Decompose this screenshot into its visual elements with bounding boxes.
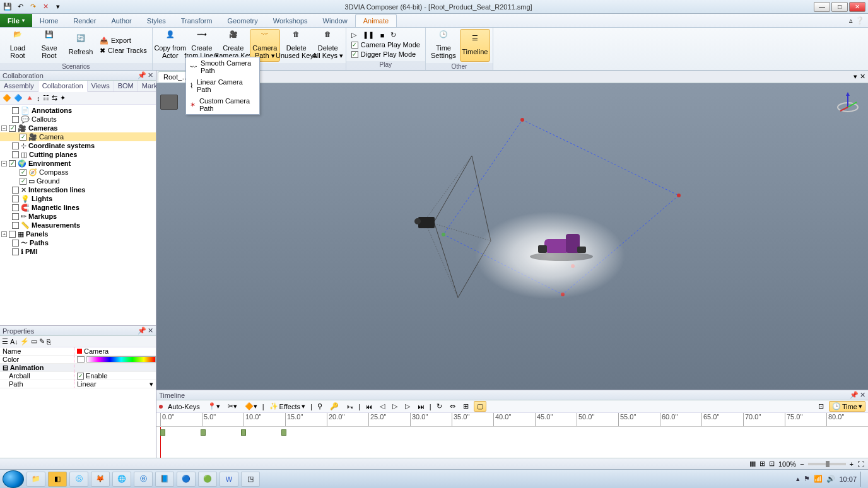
refresh-button[interactable]: 🔄Refresh bbox=[66, 29, 96, 62]
help-icon[interactable]: ❔ bbox=[855, 16, 864, 25]
tool-icon[interactable]: 🔷 bbox=[14, 94, 23, 102]
tree-lights[interactable]: 💡Lights bbox=[0, 194, 156, 203]
loop-icon[interactable]: ↻ bbox=[388, 30, 399, 40]
tool-icon[interactable]: 🔶 bbox=[3, 94, 11, 102]
tab-transform[interactable]: Transform bbox=[173, 14, 220, 27]
tab-styles[interactable]: Styles bbox=[139, 14, 173, 27]
stop-icon[interactable]: ■ bbox=[378, 30, 387, 40]
time-settings-button[interactable]: 🕒Time Settings bbox=[428, 29, 459, 62]
tl-tool-icon[interactable]: 📍▾ bbox=[205, 402, 223, 411]
digger-play-mode-checkbox[interactable]: ✓Digger Play Mode bbox=[349, 50, 423, 59]
prop-tool-icon[interactable]: ⚡ bbox=[20, 337, 29, 346]
taskbar-explorer-icon[interactable]: 📁 bbox=[26, 472, 45, 487]
tree-cutting-planes[interactable]: ◫Cutting planes bbox=[0, 150, 156, 159]
tree-compass[interactable]: ✓🧭Compass bbox=[0, 168, 156, 177]
tl-snap-icon[interactable]: ⊞ bbox=[460, 402, 471, 411]
viewport-menu-icon[interactable]: ▾ bbox=[853, 73, 857, 81]
export-button[interactable]: 📤Export bbox=[97, 36, 150, 45]
product-model[interactable] bbox=[527, 230, 596, 262]
status-icon[interactable]: ▦ bbox=[749, 460, 756, 468]
qat-dropdown-icon[interactable]: ▾ bbox=[53, 2, 63, 12]
pause-icon[interactable]: ❚❚ bbox=[360, 30, 377, 40]
status-icon[interactable]: ⊡ bbox=[769, 460, 775, 468]
collaboration-tree[interactable]: 📄Annotations 💬Callouts −✓🎥Cameras ✓🎥Came… bbox=[0, 105, 156, 325]
custom-camera-path-item[interactable]: ✶Custom Camera Path bbox=[186, 95, 259, 114]
tl-play-icon[interactable]: ▷ bbox=[390, 402, 400, 411]
prop-tool-icon[interactable]: ✎ bbox=[39, 337, 45, 346]
tree-panels[interactable]: +▦Panels bbox=[0, 229, 156, 238]
taskbar-chrome-icon[interactable]: 🌐 bbox=[112, 472, 131, 487]
qat-close-icon[interactable]: ✕ bbox=[40, 2, 50, 12]
tl-filter-icon[interactable]: ⚲ bbox=[315, 402, 325, 411]
tool-icon[interactable]: ✦ bbox=[60, 94, 66, 102]
tl-next-icon[interactable]: ▷ bbox=[402, 402, 413, 411]
ribbon-collapse-icon[interactable]: ▵ bbox=[849, 16, 853, 25]
tl-marker-icon[interactable]: ▢ bbox=[474, 401, 486, 412]
prop-row-path[interactable]: PathLinear▾ bbox=[0, 380, 156, 388]
panel-close-icon[interactable]: ✕ bbox=[860, 391, 865, 399]
tl-key-icon[interactable]: 🔑 bbox=[327, 402, 341, 411]
timeline-button[interactable]: ☰Timeline bbox=[460, 29, 490, 62]
linear-camera-path-item[interactable]: ⌇Linear Camera Path bbox=[186, 76, 259, 95]
pin-icon[interactable]: 📌 bbox=[850, 391, 859, 399]
prop-tool-icon[interactable]: A↓ bbox=[10, 338, 18, 346]
taskbar-app-icon[interactable]: ◳ bbox=[241, 472, 260, 487]
taskbar-word-icon[interactable]: W bbox=[220, 472, 238, 487]
qat-redo-icon[interactable]: ↷ bbox=[28, 2, 38, 12]
tl-range-icon[interactable]: ⇔ bbox=[447, 402, 458, 411]
tl-loop-icon[interactable]: ↻ bbox=[434, 402, 445, 411]
show-desktop-button[interactable] bbox=[860, 472, 865, 487]
tree-camera-item[interactable]: ✓🎥Camera bbox=[0, 132, 156, 141]
tool-icon[interactable]: ⇆ bbox=[52, 94, 57, 102]
tab-window[interactable]: Window bbox=[315, 14, 355, 27]
tl-fit-icon[interactable]: ⊡ bbox=[816, 402, 826, 411]
prop-tool-icon[interactable]: ☰ bbox=[2, 337, 8, 346]
keyframe[interactable] bbox=[201, 429, 206, 436]
tl-prev-icon[interactable]: ◁ bbox=[377, 402, 387, 411]
keyframe[interactable] bbox=[281, 429, 286, 436]
close-button[interactable]: ✕ bbox=[849, 2, 865, 12]
tl-first-icon[interactable]: ⏮ bbox=[363, 402, 375, 411]
tree-intersection[interactable]: ✕Intersection lines bbox=[0, 185, 156, 194]
fullscreen-icon[interactable]: ⛶ bbox=[857, 460, 864, 468]
copy-from-actor-button[interactable]: 👤Copy from Actor bbox=[155, 29, 185, 62]
prop-row-name[interactable]: NameCamera bbox=[0, 347, 156, 356]
camera-actor-icon[interactable] bbox=[418, 217, 435, 228]
pin-icon[interactable]: 📌 bbox=[138, 71, 146, 79]
tree-magnetic[interactable]: 🧲Magnetic lines bbox=[0, 203, 156, 212]
tray-up-icon[interactable]: ▴ bbox=[796, 475, 800, 483]
load-root-button[interactable]: 📂Load Root bbox=[3, 29, 33, 62]
taskbar-app-icon[interactable]: 🟢 bbox=[198, 472, 217, 487]
qat-save-icon[interactable]: 💾 bbox=[3, 2, 13, 12]
status-icon[interactable]: ⊞ bbox=[760, 460, 765, 468]
tab-animate[interactable]: Animate bbox=[355, 14, 397, 27]
tree-environment[interactable]: −✓🌍Environment bbox=[0, 159, 156, 168]
taskbar-firefox-icon[interactable]: 🦊 bbox=[91, 472, 110, 487]
panel-close-icon[interactable]: ✕ bbox=[148, 327, 153, 335]
3d-viewport[interactable] bbox=[156, 83, 868, 390]
delete-all-keys-button[interactable]: 🗑Delete All Keys ▾ bbox=[313, 29, 343, 62]
taskbar-app-icon[interactable]: ◧ bbox=[48, 472, 67, 487]
tree-coord-systems[interactable]: ⊹Coordinate systems bbox=[0, 141, 156, 150]
time-mode-button[interactable]: 🕒 Time ▾ bbox=[829, 401, 865, 412]
play-icon[interactable]: ▷ bbox=[349, 30, 359, 40]
tl-tool-icon[interactable]: 🔶▾ bbox=[242, 402, 260, 411]
taskbar-skype-icon[interactable]: Ⓢ bbox=[69, 472, 88, 487]
delete-unused-keys-button[interactable]: 🗑Delete Unused Keys bbox=[281, 29, 312, 62]
tab-author[interactable]: Author bbox=[103, 14, 139, 27]
file-tab[interactable]: File ▾ bbox=[0, 14, 32, 27]
zoom-out-icon[interactable]: − bbox=[800, 460, 804, 468]
subtab-bom[interactable]: BOM bbox=[114, 81, 138, 91]
tree-paths[interactable]: 〜Paths bbox=[0, 238, 156, 247]
keyframe[interactable] bbox=[160, 429, 165, 436]
auto-keys-button[interactable]: Auto-Keys bbox=[165, 402, 202, 411]
prop-cat-animation[interactable]: ⊟ Animation bbox=[0, 364, 156, 372]
zoom-in-icon[interactable]: + bbox=[850, 460, 853, 468]
tab-geometry[interactable]: Geometry bbox=[220, 14, 265, 27]
tab-home[interactable]: Home bbox=[32, 14, 66, 27]
tray-flag-icon[interactable]: ⚑ bbox=[804, 475, 810, 483]
save-root-button[interactable]: 💾Save Root bbox=[34, 29, 64, 62]
tray-volume-icon[interactable]: 🔊 bbox=[826, 475, 835, 483]
prop-row-arcball[interactable]: Arcball✓Enable bbox=[0, 372, 156, 380]
taskbar-app-icon[interactable]: 🔵 bbox=[177, 472, 196, 487]
